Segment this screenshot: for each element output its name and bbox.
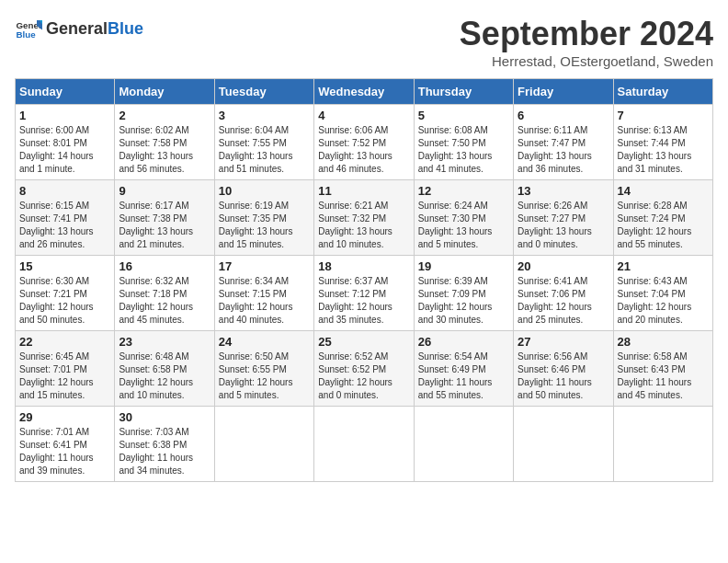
day-info: Sunrise: 6:08 AM Sunset: 7:50 PM Dayligh… xyxy=(418,124,509,176)
day-info: Sunrise: 6:45 AM Sunset: 7:01 PM Dayligh… xyxy=(19,350,110,402)
day-number: 20 xyxy=(518,259,609,273)
calendar-cell: 3 Sunrise: 6:04 AM Sunset: 7:55 PM Dayli… xyxy=(214,105,313,180)
day-number: 23 xyxy=(119,335,210,349)
calendar-week-row: 1 Sunrise: 6:00 AM Sunset: 8:01 PM Dayli… xyxy=(16,105,713,180)
weekday-header: Saturday xyxy=(613,79,712,105)
day-number: 14 xyxy=(618,184,709,198)
day-number: 3 xyxy=(219,109,310,122)
day-info: Sunrise: 6:30 AM Sunset: 7:21 PM Dayligh… xyxy=(19,275,110,327)
day-info: Sunrise: 6:15 AM Sunset: 7:41 PM Dayligh… xyxy=(19,200,110,251)
day-number: 24 xyxy=(219,335,310,349)
day-number: 12 xyxy=(418,184,509,198)
day-info: Sunrise: 6:34 AM Sunset: 7:15 PM Dayligh… xyxy=(219,275,310,327)
weekday-header: Thursday xyxy=(414,79,513,105)
day-number: 27 xyxy=(518,335,609,349)
day-number: 5 xyxy=(418,109,509,122)
day-info: Sunrise: 6:32 AM Sunset: 7:18 PM Dayligh… xyxy=(119,275,210,327)
day-info: Sunrise: 6:56 AM Sunset: 6:46 PM Dayligh… xyxy=(518,350,609,402)
day-info: Sunrise: 6:24 AM Sunset: 7:30 PM Dayligh… xyxy=(418,200,509,251)
calendar-cell: 30 Sunrise: 7:03 AM Sunset: 6:38 PM Dayl… xyxy=(115,407,214,482)
day-number: 10 xyxy=(219,184,310,198)
day-number: 22 xyxy=(19,335,110,349)
day-number: 25 xyxy=(318,335,409,349)
weekday-header: Tuesday xyxy=(214,79,313,105)
calendar-cell: 5 Sunrise: 6:08 AM Sunset: 7:50 PM Dayli… xyxy=(414,105,513,180)
day-number: 28 xyxy=(618,335,709,349)
weekday-header: Friday xyxy=(514,79,613,105)
calendar-cell: 27 Sunrise: 6:56 AM Sunset: 6:46 PM Dayl… xyxy=(514,331,613,407)
day-info: Sunrise: 6:37 AM Sunset: 7:12 PM Dayligh… xyxy=(318,275,409,327)
day-info: Sunrise: 6:19 AM Sunset: 7:35 PM Dayligh… xyxy=(219,200,310,251)
calendar-cell xyxy=(514,407,613,482)
calendar-cell xyxy=(613,407,712,482)
calendar-week-row: 15 Sunrise: 6:30 AM Sunset: 7:21 PM Dayl… xyxy=(16,256,713,331)
day-number: 18 xyxy=(318,259,409,273)
calendar-cell: 21 Sunrise: 6:43 AM Sunset: 7:04 PM Dayl… xyxy=(613,256,712,331)
logo-general-text: General xyxy=(46,19,108,39)
day-number: 1 xyxy=(19,109,110,122)
day-info: Sunrise: 6:04 AM Sunset: 7:55 PM Dayligh… xyxy=(219,124,310,176)
calendar-cell: 19 Sunrise: 6:39 AM Sunset: 7:09 PM Dayl… xyxy=(414,256,513,331)
day-info: Sunrise: 6:43 AM Sunset: 7:04 PM Dayligh… xyxy=(618,275,709,327)
day-number: 7 xyxy=(618,109,709,122)
calendar-cell: 24 Sunrise: 6:50 AM Sunset: 6:55 PM Dayl… xyxy=(214,331,313,407)
weekday-header: Monday xyxy=(115,79,214,105)
day-info: Sunrise: 6:17 AM Sunset: 7:38 PM Dayligh… xyxy=(119,200,210,251)
day-number: 11 xyxy=(318,184,409,198)
calendar-cell: 6 Sunrise: 6:11 AM Sunset: 7:47 PM Dayli… xyxy=(514,105,613,180)
day-number: 30 xyxy=(119,410,210,424)
calendar-cell: 15 Sunrise: 6:30 AM Sunset: 7:21 PM Dayl… xyxy=(16,256,115,331)
calendar-cell: 12 Sunrise: 6:24 AM Sunset: 7:30 PM Dayl… xyxy=(414,180,513,256)
calendar-cell: 4 Sunrise: 6:06 AM Sunset: 7:52 PM Dayli… xyxy=(314,105,414,180)
calendar-week-row: 22 Sunrise: 6:45 AM Sunset: 7:01 PM Dayl… xyxy=(16,331,713,407)
location-title: Herrestad, OEstergoetland, Sweden xyxy=(460,53,713,69)
day-number: 19 xyxy=(418,259,509,273)
calendar-cell xyxy=(214,407,313,482)
calendar-week-row: 8 Sunrise: 6:15 AM Sunset: 7:41 PM Dayli… xyxy=(16,180,713,256)
day-number: 15 xyxy=(19,259,110,273)
day-info: Sunrise: 6:41 AM Sunset: 7:06 PM Dayligh… xyxy=(518,275,609,327)
day-info: Sunrise: 6:11 AM Sunset: 7:47 PM Dayligh… xyxy=(518,124,609,176)
weekday-header: Sunday xyxy=(16,79,115,105)
calendar-cell: 14 Sunrise: 6:28 AM Sunset: 7:24 PM Dayl… xyxy=(613,180,712,256)
calendar-cell: 13 Sunrise: 6:26 AM Sunset: 7:27 PM Dayl… xyxy=(514,180,613,256)
calendar-cell: 8 Sunrise: 6:15 AM Sunset: 7:41 PM Dayli… xyxy=(16,180,115,256)
calendar-cell: 9 Sunrise: 6:17 AM Sunset: 7:38 PM Dayli… xyxy=(115,180,214,256)
weekday-header: Wednesday xyxy=(314,79,414,105)
calendar-cell: 25 Sunrise: 6:52 AM Sunset: 6:52 PM Dayl… xyxy=(314,331,414,407)
day-info: Sunrise: 6:58 AM Sunset: 6:43 PM Dayligh… xyxy=(618,350,709,402)
logo-blue-text: Blue xyxy=(108,19,143,39)
day-number: 26 xyxy=(418,335,509,349)
day-number: 13 xyxy=(518,184,609,198)
calendar-header-row: SundayMondayTuesdayWednesdayThursdayFrid… xyxy=(16,79,713,105)
calendar-cell: 2 Sunrise: 6:02 AM Sunset: 7:58 PM Dayli… xyxy=(115,105,214,180)
day-info: Sunrise: 6:48 AM Sunset: 6:58 PM Dayligh… xyxy=(119,350,210,402)
day-info: Sunrise: 6:06 AM Sunset: 7:52 PM Dayligh… xyxy=(318,124,409,176)
calendar-cell: 17 Sunrise: 6:34 AM Sunset: 7:15 PM Dayl… xyxy=(214,256,313,331)
page-header: General Blue General Blue September 2024… xyxy=(15,15,713,69)
calendar-week-row: 29 Sunrise: 7:01 AM Sunset: 6:41 PM Dayl… xyxy=(16,407,713,482)
calendar-cell: 28 Sunrise: 6:58 AM Sunset: 6:43 PM Dayl… xyxy=(613,331,712,407)
calendar-cell: 23 Sunrise: 6:48 AM Sunset: 6:58 PM Dayl… xyxy=(115,331,214,407)
day-number: 4 xyxy=(318,109,409,122)
svg-text:Blue: Blue xyxy=(17,29,37,40)
day-number: 2 xyxy=(119,109,210,122)
day-info: Sunrise: 6:02 AM Sunset: 7:58 PM Dayligh… xyxy=(119,124,210,176)
day-number: 29 xyxy=(19,410,110,424)
calendar-cell: 16 Sunrise: 6:32 AM Sunset: 7:18 PM Dayl… xyxy=(115,256,214,331)
day-info: Sunrise: 6:39 AM Sunset: 7:09 PM Dayligh… xyxy=(418,275,509,327)
month-title: September 2024 xyxy=(460,15,713,53)
calendar-cell: 7 Sunrise: 6:13 AM Sunset: 7:44 PM Dayli… xyxy=(613,105,712,180)
calendar-cell xyxy=(314,407,414,482)
day-info: Sunrise: 6:21 AM Sunset: 7:32 PM Dayligh… xyxy=(318,200,409,251)
day-number: 6 xyxy=(518,109,609,122)
day-number: 21 xyxy=(618,259,709,273)
day-info: Sunrise: 6:50 AM Sunset: 6:55 PM Dayligh… xyxy=(219,350,310,402)
day-number: 8 xyxy=(19,184,110,198)
day-info: Sunrise: 6:54 AM Sunset: 6:49 PM Dayligh… xyxy=(418,350,509,402)
calendar-cell: 26 Sunrise: 6:54 AM Sunset: 6:49 PM Dayl… xyxy=(414,331,513,407)
day-number: 9 xyxy=(119,184,210,198)
calendar-table: SundayMondayTuesdayWednesdayThursdayFrid… xyxy=(15,78,713,482)
calendar-cell: 29 Sunrise: 7:01 AM Sunset: 6:41 PM Dayl… xyxy=(16,407,115,482)
day-info: Sunrise: 6:00 AM Sunset: 8:01 PM Dayligh… xyxy=(19,124,110,176)
